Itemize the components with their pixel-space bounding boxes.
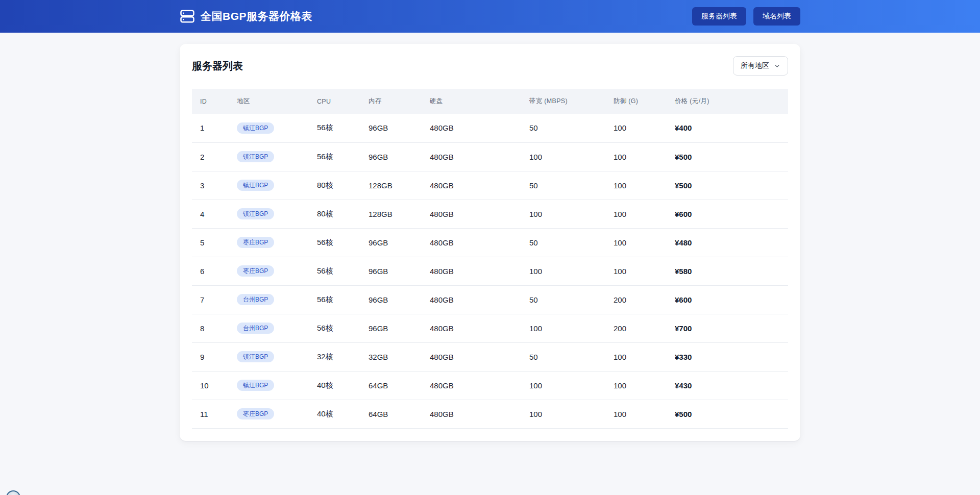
region-badge: 镇江BGP (237, 380, 274, 391)
cell-price: ¥500 (667, 171, 788, 200)
cell-id: 4 (192, 200, 229, 228)
region-badge: 镇江BGP (237, 351, 274, 362)
cell-id: 11 (192, 400, 229, 428)
cell-disk: 480GB (422, 114, 521, 142)
brand: 全国BGP服务器价格表 (180, 9, 312, 24)
cell-region: 枣庄BGP (229, 400, 309, 428)
region-badge: 台州BGP (237, 294, 274, 305)
table-row: 7 台州BGP 56核 96GB 480GB 50 200 ¥600 (192, 285, 788, 314)
cell-cpu: 56核 (309, 142, 360, 171)
cell-cpu: 80核 (309, 200, 360, 228)
cell-region: 镇江BGP (229, 342, 309, 371)
cell-bandwidth: 100 (521, 314, 605, 342)
cell-cpu: 56核 (309, 114, 360, 142)
col-header-price: 价格 (元/月) (667, 89, 788, 114)
cell-memory: 64GB (360, 371, 422, 400)
region-filter-dropdown[interactable]: 所有地区 (733, 56, 788, 76)
cell-disk: 480GB (422, 314, 521, 342)
cell-defense: 200 (605, 314, 667, 342)
table-row: 10 镇江BGP 40核 64GB 480GB 100 100 ¥430 (192, 371, 788, 400)
nav-domain-list-button[interactable]: 域名列表 (753, 7, 800, 26)
table-row: 9 镇江BGP 32核 32GB 480GB 50 100 ¥330 (192, 342, 788, 371)
cell-cpu: 40核 (309, 400, 360, 428)
region-badge: 镇江BGP (237, 122, 274, 134)
table-row: 2 镇江BGP 56核 96GB 480GB 100 100 ¥500 (192, 142, 788, 171)
cell-cpu: 32核 (309, 342, 360, 371)
cell-bandwidth: 100 (521, 257, 605, 285)
cell-price: ¥500 (667, 142, 788, 171)
cell-memory: 96GB (360, 228, 422, 257)
card-title: 服务器列表 (192, 59, 243, 73)
cell-bandwidth: 50 (521, 114, 605, 142)
cell-id: 6 (192, 257, 229, 285)
cell-defense: 100 (605, 200, 667, 228)
table-row: 4 镇江BGP 80核 128GB 480GB 100 100 ¥600 (192, 200, 788, 228)
cell-price: ¥400 (667, 114, 788, 142)
table-row: 3 镇江BGP 80核 128GB 480GB 50 100 ¥500 (192, 171, 788, 200)
cell-id: 1 (192, 114, 229, 142)
floating-circle-widget[interactable] (6, 490, 20, 495)
cell-memory: 128GB (360, 171, 422, 200)
cell-cpu: 56核 (309, 314, 360, 342)
cell-price: ¥600 (667, 285, 788, 314)
cell-memory: 64GB (360, 400, 422, 428)
region-badge: 镇江BGP (237, 208, 274, 219)
cell-memory: 96GB (360, 114, 422, 142)
cell-disk: 480GB (422, 285, 521, 314)
cell-region: 台州BGP (229, 285, 309, 314)
cell-memory: 96GB (360, 257, 422, 285)
server-table-head: ID 地区 CPU 内存 硬盘 带宽 (MBPS) 防御 (G) 价格 (元/月… (192, 89, 788, 114)
cell-defense: 100 (605, 114, 667, 142)
cell-disk: 480GB (422, 342, 521, 371)
table-row: 8 台州BGP 56核 96GB 480GB 100 200 ¥700 (192, 314, 788, 342)
cell-disk: 480GB (422, 228, 521, 257)
cell-defense: 100 (605, 371, 667, 400)
cell-disk: 480GB (422, 400, 521, 428)
cell-bandwidth: 50 (521, 342, 605, 371)
cell-cpu: 56核 (309, 228, 360, 257)
table-row: 11 枣庄BGP 40核 64GB 480GB 100 100 ¥500 (192, 400, 788, 428)
cell-defense: 100 (605, 171, 667, 200)
cell-price: ¥580 (667, 257, 788, 285)
col-header-region: 地区 (229, 89, 309, 114)
table-row: 6 枣庄BGP 56核 96GB 480GB 100 100 ¥580 (192, 257, 788, 285)
cell-memory: 128GB (360, 200, 422, 228)
cell-region: 枣庄BGP (229, 257, 309, 285)
cell-bandwidth: 100 (521, 142, 605, 171)
cell-memory: 96GB (360, 314, 422, 342)
cell-cpu: 40核 (309, 371, 360, 400)
cell-region: 枣庄BGP (229, 228, 309, 257)
cell-region: 镇江BGP (229, 114, 309, 142)
col-header-id: ID (192, 89, 229, 114)
server-table-body: 1 镇江BGP 56核 96GB 480GB 50 100 ¥400 2 镇江B… (192, 114, 788, 428)
chevron-down-icon (774, 63, 780, 69)
col-header-cpu: CPU (309, 89, 360, 114)
cell-disk: 480GB (422, 171, 521, 200)
col-header-bandwidth: 带宽 (MBPS) (521, 89, 605, 114)
cell-bandwidth: 50 (521, 228, 605, 257)
main-content: 服务器列表 所有地区 ID 地区 CPU (180, 44, 800, 441)
cell-memory: 32GB (360, 342, 422, 371)
cell-cpu: 80核 (309, 171, 360, 200)
region-badge: 枣庄BGP (237, 408, 274, 419)
cell-defense: 100 (605, 400, 667, 428)
cell-price: ¥430 (667, 371, 788, 400)
cell-bandwidth: 100 (521, 200, 605, 228)
cell-id: 8 (192, 314, 229, 342)
cell-price: ¥330 (667, 342, 788, 371)
cell-price: ¥600 (667, 200, 788, 228)
cell-cpu: 56核 (309, 285, 360, 314)
cell-disk: 480GB (422, 200, 521, 228)
col-header-memory: 内存 (360, 89, 422, 114)
cell-disk: 480GB (422, 257, 521, 285)
cell-defense: 100 (605, 228, 667, 257)
col-header-defense: 防御 (G) (605, 89, 667, 114)
cell-region: 镇江BGP (229, 171, 309, 200)
cell-disk: 480GB (422, 142, 521, 171)
cell-id: 10 (192, 371, 229, 400)
cell-region: 镇江BGP (229, 142, 309, 171)
cell-price: ¥500 (667, 400, 788, 428)
region-badge: 台州BGP (237, 323, 274, 334)
nav-server-list-button[interactable]: 服务器列表 (692, 7, 746, 26)
card-head: 服务器列表 所有地区 (192, 56, 788, 76)
